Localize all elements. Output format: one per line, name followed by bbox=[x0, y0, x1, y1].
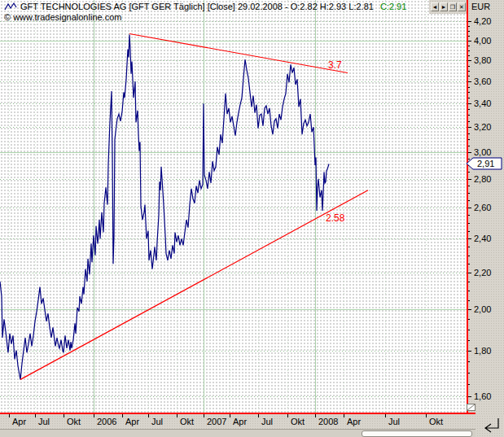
y-axis-tick bbox=[468, 273, 471, 273]
chart-properties-icon[interactable] bbox=[467, 403, 476, 412]
y-axis-tick bbox=[468, 179, 471, 180]
y-axis-label: 1,80 bbox=[474, 346, 491, 356]
x-axis-label: Okt bbox=[67, 417, 81, 426]
y-axis-minor-tick bbox=[468, 71, 470, 72]
y-axis-minor-tick bbox=[468, 231, 470, 232]
x-axis-tick bbox=[315, 414, 316, 417]
y-axis-minor-tick bbox=[468, 340, 470, 341]
x-axis-label: Jul bbox=[38, 417, 50, 426]
y-axis-minor-tick bbox=[468, 291, 470, 291]
time-axis[interactable]: AprJulOkt2006AprJulOkt2007AprJulOkt2008A… bbox=[0, 414, 476, 427]
last-price-value: 2,91 bbox=[477, 159, 494, 168]
y-axis-minor-tick bbox=[468, 133, 470, 134]
y-axis-label: 2,20 bbox=[474, 268, 491, 277]
y-axis-minor-tick bbox=[468, 66, 470, 67]
trendline-resistance bbox=[129, 34, 348, 73]
y-axis-minor-tick bbox=[468, 36, 470, 37]
y-axis-minor-tick bbox=[468, 87, 470, 88]
y-axis-label: 3,60 bbox=[474, 76, 491, 86]
price-axis-line bbox=[467, 0, 468, 413]
price-axis-unit-label: EUR bbox=[471, 2, 490, 11]
y-axis-label: 1,60 bbox=[474, 391, 491, 401]
x-axis-tick bbox=[258, 414, 259, 417]
x-axis-tick bbox=[9, 414, 10, 417]
y-axis-tick bbox=[468, 81, 471, 82]
price-axis[interactable]: EUR 4,204,003,803,603,403,203,002,802,60… bbox=[468, 0, 504, 414]
y-axis-minor-tick bbox=[468, 373, 470, 374]
restore-button[interactable]: ❐ bbox=[449, 2, 457, 11]
x-axis-tick bbox=[64, 414, 64, 417]
y-axis-label: 3,40 bbox=[474, 98, 491, 108]
y-axis-minor-tick bbox=[468, 26, 470, 27]
y-axis-minor-tick bbox=[468, 300, 470, 301]
trendline-label: 2.58 bbox=[326, 212, 345, 224]
close-button[interactable]: ✕ bbox=[458, 2, 466, 11]
y-axis-minor-tick bbox=[468, 109, 470, 110]
y-axis-minor-tick bbox=[468, 330, 470, 330]
y-axis-minor-tick bbox=[468, 384, 470, 385]
y-axis-minor-tick bbox=[468, 146, 470, 146]
x-axis-label: Okt bbox=[291, 417, 305, 426]
y-axis-minor-tick bbox=[468, 31, 470, 32]
y-axis-tick bbox=[468, 21, 471, 22]
y-axis-minor-tick bbox=[468, 172, 470, 173]
x-axis-tick bbox=[122, 414, 123, 417]
y-axis-minor-tick bbox=[468, 193, 470, 194]
trendline-label: 3.7 bbox=[328, 59, 342, 71]
y-axis-minor-tick bbox=[468, 256, 470, 256]
y-axis-label: 2,40 bbox=[474, 234, 491, 243]
y-axis-tick bbox=[468, 60, 471, 61]
price-line bbox=[0, 35, 329, 380]
x-axis-label: Okt bbox=[429, 417, 443, 426]
x-axis-tick bbox=[287, 414, 288, 417]
instrument-title: GFT TECHNOLOGIES AG [GFT GER Täglich] [C… bbox=[20, 2, 374, 11]
return-arrow-icon bbox=[480, 416, 502, 435]
y-axis-tick bbox=[468, 396, 471, 397]
y-axis-label: 2,80 bbox=[474, 174, 491, 184]
y-axis-tick bbox=[468, 103, 471, 104]
x-axis-label: 2008 bbox=[318, 417, 338, 426]
y-axis-tick bbox=[468, 152, 471, 153]
chart-canvas[interactable]: 3.72.58 bbox=[0, 0, 467, 413]
y-axis-tick bbox=[468, 41, 471, 42]
y-axis-label: 3,80 bbox=[474, 55, 491, 65]
x-axis-label: Jul bbox=[388, 417, 400, 426]
scrollbar-thumb[interactable] bbox=[362, 430, 472, 437]
title-bar: GFT TECHNOLOGIES AG [GFT GER Täglich] [C… bbox=[4, 1, 406, 11]
y-axis-tick bbox=[468, 238, 471, 239]
x-axis-tick bbox=[426, 414, 427, 417]
chart-plot-area[interactable]: 3.72.58 GFT TECHNOLOGIES AG [GFT GER Täg… bbox=[0, 0, 467, 413]
x-axis-label: Apr bbox=[347, 417, 361, 426]
x-axis-label: Apr bbox=[233, 417, 247, 426]
x-axis-label: Apr bbox=[12, 417, 26, 426]
y-axis-minor-tick bbox=[468, 319, 470, 320]
y-axis-minor-tick bbox=[468, 186, 470, 186]
y-axis-minor-tick bbox=[468, 247, 470, 247]
x-axis-label: Okt bbox=[180, 417, 194, 426]
y-axis-minor-tick bbox=[468, 223, 470, 224]
y-axis-minor-tick bbox=[468, 215, 470, 216]
scroll-reset-button[interactable] bbox=[477, 414, 504, 437]
x-axis-label: 2007 bbox=[207, 417, 226, 426]
close-value: C:2.91 bbox=[380, 2, 406, 11]
x-axis-tick bbox=[230, 414, 230, 417]
y-axis-tick bbox=[468, 351, 471, 352]
y-axis-minor-tick bbox=[468, 92, 470, 93]
x-axis-tick bbox=[344, 414, 344, 417]
window-controls: ◄ ► ❐ ✕ bbox=[429, 0, 467, 14]
copyright-line: © www.tradesignalonline.com bbox=[4, 12, 121, 22]
y-axis-minor-tick bbox=[468, 361, 470, 362]
y-axis-label: 3,20 bbox=[474, 122, 491, 132]
forward-button[interactable]: ► bbox=[440, 2, 448, 11]
x-axis-tick bbox=[177, 414, 177, 417]
x-axis-tick bbox=[148, 414, 149, 417]
y-axis-minor-tick bbox=[468, 282, 470, 282]
y-axis-tick bbox=[468, 127, 471, 128]
y-axis-minor-tick bbox=[468, 46, 470, 46]
y-axis-minor-tick bbox=[468, 76, 470, 76]
x-axis-label: Apr bbox=[125, 417, 139, 426]
x-axis-tick bbox=[94, 414, 94, 417]
y-axis-minor-tick bbox=[468, 55, 470, 56]
y-axis-minor-tick bbox=[468, 115, 470, 116]
back-button[interactable]: ◄ bbox=[431, 2, 439, 11]
